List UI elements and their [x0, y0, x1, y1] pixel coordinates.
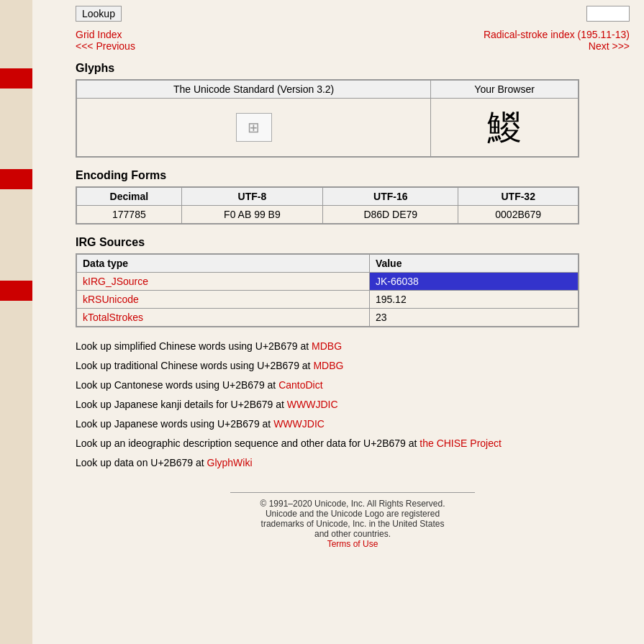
- encoding-cell: F0 AB 99 B9: [181, 206, 322, 225]
- grid-index-link[interactable]: Grid Index: [76, 29, 135, 40]
- irg-value-cell: 23: [369, 309, 579, 327]
- lookup-link-prefix: Look up an ideographic description seque…: [76, 437, 419, 449]
- sidebar: [0, 0, 32, 563]
- lookup-link-prefix: Look up Cantonese words using U+2B679 at: [76, 379, 278, 391]
- sidebar-red-block-3: [0, 281, 32, 301]
- sidebar-red-block-1: [0, 68, 32, 89]
- glyph-placeholder-image: [236, 113, 272, 142]
- irg-col-header: Data type: [76, 254, 369, 273]
- irg-row: kTotalStrokes23: [76, 309, 579, 327]
- nav-right: Radical-stroke index (195.11-13) Next >>…: [484, 29, 630, 52]
- lookup-link-paragraph: Look up Japanese kanji details for U+2B6…: [76, 397, 630, 412]
- nav-links: Grid Index <<< Previous Radical-stroke i…: [76, 29, 630, 52]
- lookup-link-prefix: Look up simplified Chinese words using U…: [76, 340, 312, 352]
- lookup-link[interactable]: GlyphWiki: [207, 457, 253, 468]
- lookup-link-prefix: Look up Japanese kanji details for U+2B6…: [76, 399, 287, 410]
- glyphs-col2-header: Your Browser: [431, 80, 579, 99]
- glyph-browser-cell: 鯼: [431, 99, 579, 158]
- lookup-link[interactable]: WWWJDIC: [287, 399, 338, 410]
- lookup-section: Look up simplified Chinese words using U…: [76, 339, 630, 471]
- nav-left: Grid Index <<< Previous: [76, 29, 135, 52]
- footer: © 1991–2020 Unicode, Inc. All Rights Res…: [230, 492, 475, 549]
- glyphs-col1-header: The Unicode Standard (Version 3.2): [76, 80, 431, 99]
- encoding-cell: 0002B679: [458, 206, 579, 225]
- footer-line2: Unicode and the Unicode Logo are registe…: [230, 509, 475, 519]
- radical-stroke-link[interactable]: Radical-stroke index (195.11-13): [484, 29, 630, 40]
- lookup-link-prefix: Look up traditional Chinese words using …: [76, 360, 313, 371]
- irg-type-link[interactable]: kIRG_JSource: [83, 276, 148, 287]
- lookup-input[interactable]: [586, 6, 630, 22]
- irg-type-link[interactable]: kRSUnicode: [83, 294, 139, 305]
- footer-line3: trademarks of Unicode, Inc. in the Unite…: [230, 519, 475, 529]
- lookup-link-paragraph: Look up Japanese words using U+2B679 at …: [76, 417, 630, 432]
- previous-link[interactable]: <<< Previous: [76, 40, 135, 52]
- encoding-cell: D86D DE79: [323, 206, 458, 225]
- sidebar-red-block-2: [0, 169, 32, 189]
- lookup-link-prefix: Look up data on U+2B679 at: [76, 457, 207, 468]
- encoding-section-title: Encoding Forms: [76, 169, 630, 182]
- terms-of-use-link[interactable]: Terms of Use: [327, 539, 378, 549]
- top-bar: Lookup: [76, 6, 630, 22]
- glyphs-table: The Unicode Standard (Version 3.2) Your …: [76, 79, 579, 158]
- lookup-link-paragraph: Look up Cantonese words using U+2B679 at…: [76, 378, 630, 393]
- irg-table: Data typeValue kIRG_JSourceJK-66038kRSUn…: [76, 253, 579, 327]
- irg-value-cell: 195.12: [369, 291, 579, 309]
- lookup-link-paragraph: Look up traditional Chinese words using …: [76, 358, 630, 373]
- lookup-button[interactable]: Lookup: [76, 6, 122, 22]
- encoding-col-header: UTF-16: [323, 187, 458, 206]
- irg-section-title: IRG Sources: [76, 236, 630, 249]
- lookup-link-prefix: Look up Japanese words using U+2B679 at: [76, 418, 273, 430]
- irg-col-header: Value: [369, 254, 579, 273]
- lookup-link-paragraph: Look up simplified Chinese words using U…: [76, 339, 630, 354]
- lookup-link-paragraph: Look up data on U+2B679 at GlyphWiki: [76, 455, 630, 471]
- irg-type-link[interactable]: kTotalStrokes: [83, 312, 143, 323]
- encoding-cell: 177785: [76, 206, 181, 225]
- lookup-link[interactable]: the CHISE Project: [419, 437, 502, 449]
- glyphs-section-title: Glyphs: [76, 62, 630, 75]
- irg-row: kRSUnicode195.12: [76, 291, 579, 309]
- encoding-table: DecimalUTF-8UTF-16UTF-32 177785F0 AB 99 …: [76, 186, 579, 225]
- lookup-link-paragraph: Look up an ideographic description seque…: [76, 436, 630, 451]
- encoding-col-header: Decimal: [76, 187, 181, 206]
- lookup-link[interactable]: WWWJDIC: [273, 418, 325, 430]
- footer-line4: and other countries.: [230, 529, 475, 539]
- lookup-link[interactable]: CantoDict: [278, 379, 322, 391]
- irg-value-cell: JK-66038: [369, 273, 579, 291]
- encoding-col-header: UTF-32: [458, 187, 579, 206]
- footer-copyright: © 1991–2020 Unicode, Inc. All Rights Res…: [230, 499, 475, 509]
- lookup-link[interactable]: MDBG: [312, 340, 342, 352]
- irg-row: kIRG_JSourceJK-66038: [76, 273, 579, 291]
- next-link[interactable]: Next >>>: [484, 40, 630, 52]
- lookup-link[interactable]: MDBG: [313, 360, 343, 371]
- glyph-unicode-cell: [76, 99, 431, 158]
- encoding-col-header: UTF-8: [181, 187, 322, 206]
